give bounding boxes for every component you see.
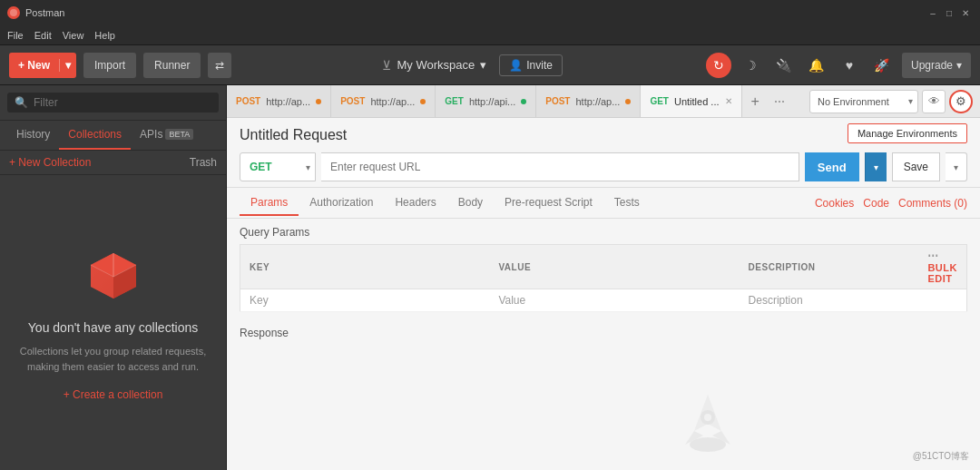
environment-select-wrap: No Environment ▾ [809, 90, 918, 113]
tab-method-get-2: GET [650, 96, 669, 106]
tab-collections[interactable]: Collections [59, 121, 131, 150]
search-icon: 🔍 [15, 96, 28, 109]
minimize-button[interactable]: – [926, 5, 940, 20]
params-table: KEY VALUE DESCRIPTION ⋯ Bulk Edit Key Va… [240, 244, 967, 312]
send-arrow-button[interactable]: ▾ [865, 152, 887, 181]
environment-eye-button[interactable]: 👁 [922, 90, 946, 113]
manage-environments-gear-button[interactable]: ⚙ [949, 90, 973, 113]
window-controls: – □ ✕ [926, 5, 973, 20]
search-input-wrap: 🔍 [7, 93, 219, 113]
new-button[interactable]: + New ▾ [9, 53, 76, 78]
save-arrow-button[interactable]: ▾ [946, 152, 967, 181]
cookies-link[interactable]: Cookies [815, 197, 854, 210]
menu-file[interactable]: File [7, 30, 24, 41]
sub-tab-pre-request[interactable]: Pre-request Script [494, 191, 603, 216]
tab-url-1: http://ap... [266, 96, 310, 107]
code-link[interactable]: Code [863, 197, 889, 210]
tabs-right: No Environment ▾ 👁 ⚙ [809, 90, 980, 113]
send-button[interactable]: Send [805, 152, 859, 181]
watermark: @51CTO博客 [913, 450, 969, 463]
sub-tab-body[interactable]: Body [447, 191, 494, 216]
tab-post-3[interactable]: POST http://ap... [536, 85, 641, 118]
sub-tab-tests[interactable]: Tests [603, 191, 651, 216]
table-row: Key Value Description [240, 289, 967, 312]
three-dots-icon[interactable]: ⋯ [927, 250, 939, 262]
sidebar: 🔍 History Collections APIs BETA + New Co… [0, 85, 227, 470]
new-button-label[interactable]: + New [9, 59, 60, 72]
rocket-illustration [671, 386, 744, 461]
menu-help[interactable]: Help [94, 30, 115, 41]
sub-tab-params[interactable]: Params [240, 191, 299, 216]
col-header-value: VALUE [489, 245, 739, 289]
tab-get-untitled[interactable]: GET Untitled ... ✕ [641, 85, 741, 118]
favorite-icon-button[interactable]: ♥ [837, 53, 862, 78]
sidebar-empty: You don't have any collections Collectio… [0, 175, 226, 470]
app-title: Postman [25, 7, 64, 18]
content-area: POST http://ap... POST http://ap... GET … [227, 85, 980, 470]
workspace-switcher[interactable]: ⊻ My Workspace ▾ [375, 54, 494, 76]
sub-tab-authorization[interactable]: Authorization [299, 191, 384, 216]
cell-value[interactable]: Value [489, 289, 739, 312]
search-input[interactable] [34, 96, 211, 109]
workspace-chevron-icon: ▾ [480, 58, 486, 72]
theme-icon-button[interactable]: ☽ [739, 53, 764, 78]
params-section: Query Params KEY VALUE DESCRIPTION ⋯ Bul… [227, 219, 980, 319]
upgrade-label: Upgrade [911, 59, 953, 72]
invite-button[interactable]: 👤 Invite [499, 54, 563, 76]
tab-method-post-1: POST [236, 96, 260, 106]
tab-apis[interactable]: APIs BETA [131, 121, 202, 150]
comments-link[interactable]: Comments (0) [898, 197, 967, 210]
interceptor-icon-button[interactable]: 🔌 [771, 53, 797, 78]
cell-action [918, 289, 966, 312]
method-select-wrap: GET POST PUT DELETE PATCH ▾ [240, 152, 316, 181]
menu-edit[interactable]: Edit [34, 30, 52, 41]
trash-button[interactable]: Trash [190, 156, 217, 169]
svg-point-13 [704, 414, 711, 421]
sidebar-toolbar: + New Collection Trash [0, 151, 226, 175]
url-input[interactable] [321, 152, 799, 181]
notification-icon-button[interactable]: 🔔 [804, 53, 829, 78]
tab-post-1[interactable]: POST http://ap... [227, 85, 331, 118]
tab-close-button[interactable]: ✕ [725, 96, 732, 106]
tab-history[interactable]: History [7, 121, 59, 150]
tab-method-get-1: GET [445, 96, 464, 106]
close-button[interactable]: ✕ [958, 5, 973, 20]
sync-icon-button[interactable]: ↻ [706, 53, 731, 78]
cell-description[interactable]: Description [740, 289, 919, 312]
tab-post-2[interactable]: POST http://ap... [331, 85, 436, 118]
tab-indicator-4 [625, 99, 631, 104]
workspace-name: My Workspace [397, 58, 475, 72]
menu-bar: File Edit View Help [0, 25, 980, 45]
environment-select[interactable]: No Environment [809, 90, 918, 113]
new-collection-button[interactable]: + New Collection [9, 156, 91, 169]
tab-url-2: http://ap... [370, 96, 415, 107]
upgrade-button[interactable]: Upgrade ▾ [902, 53, 971, 78]
bulk-edit-link[interactable]: Bulk Edit [927, 262, 957, 284]
empty-desc: Collections let you group related reques… [20, 344, 206, 374]
title-bar: Postman – □ ✕ [0, 0, 980, 25]
sidebar-tabs: History Collections APIs BETA [0, 121, 226, 151]
col-header-action: ⋯ Bulk Edit [918, 245, 966, 289]
new-button-arrow[interactable]: ▾ [60, 59, 76, 72]
manage-environments-button[interactable]: Manage Environments [848, 123, 967, 143]
tab-method-post-2: POST [340, 96, 365, 106]
tab-get-1[interactable]: GET http://api... [436, 85, 536, 118]
query-params-title: Query Params [240, 226, 967, 239]
maximize-button[interactable]: □ [942, 5, 956, 20]
method-select[interactable]: GET POST PUT DELETE PATCH [240, 152, 316, 181]
tab-method-post-3: POST [545, 96, 570, 106]
tab-url-3: http://api... [469, 96, 515, 107]
cell-key[interactable]: Key [240, 289, 490, 312]
runner-button[interactable]: Runner [143, 53, 201, 78]
workspace-grid-icon: ⊻ [382, 58, 391, 73]
sub-tab-headers[interactable]: Headers [384, 191, 446, 216]
import-button[interactable]: Import [83, 53, 136, 78]
proxy-button[interactable]: ⇄ [208, 53, 231, 78]
create-collection-button[interactable]: + Create a collection [64, 388, 163, 401]
sidebar-search: 🔍 [0, 85, 226, 121]
share-icon-button[interactable]: 🚀 [869, 53, 895, 78]
menu-view[interactable]: View [63, 30, 84, 41]
more-tabs-button[interactable]: ⋯ [769, 85, 790, 118]
save-button[interactable]: Save [892, 152, 940, 181]
add-tab-button[interactable]: + [742, 85, 769, 118]
